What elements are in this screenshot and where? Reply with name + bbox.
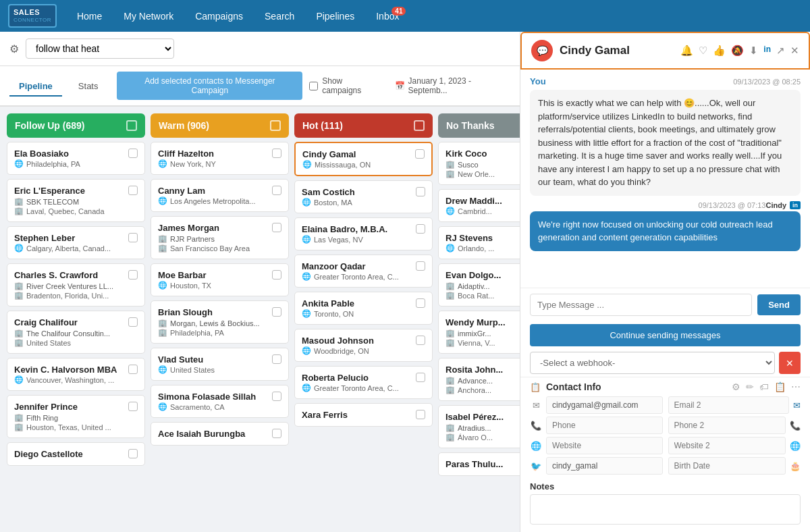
- contact-card[interactable]: James Morgan 🏢RJR Partners 🏢San Francisc…: [151, 216, 289, 259]
- chat-thumbsup-icon[interactable]: 👍: [713, 45, 726, 57]
- contact-card[interactable]: Craig Chalifour 🏢The Chalifour Consultin…: [7, 311, 145, 354]
- info-more-icon[interactable]: ⋯: [791, 381, 801, 392]
- card-checkbox[interactable]: [272, 186, 281, 195]
- contact-card[interactable]: Simona Folasade Sillah 🌐Sacramento, CA: [151, 385, 289, 418]
- card-checkbox[interactable]: [128, 449, 138, 458]
- card-checkbox[interactable]: [272, 223, 281, 232]
- column-select-all[interactable]: [126, 120, 137, 131]
- chat-share-icon[interactable]: ↗: [776, 45, 785, 57]
- website-link-icon[interactable]: 🌐: [790, 441, 801, 451]
- contact-card[interactable]: Sam Costich 🌐Boston, MA: [294, 180, 433, 213]
- contact-card[interactable]: Eric L'Esperance 🏢SBK TELECOM 🏢Laval, Qu…: [7, 179, 145, 222]
- card-checkbox[interactable]: [272, 307, 281, 317]
- contact-card[interactable]: Canny Lam 🌐Los Angeles Metropolita...: [151, 179, 289, 212]
- contact-card[interactable]: Xara Ferris: [294, 403, 433, 427]
- send-message-button[interactable]: Send: [757, 294, 801, 315]
- card-checkbox[interactable]: [416, 373, 425, 382]
- card-checkbox[interactable]: [128, 270, 138, 280]
- contact-card[interactable]: Evan Dolgo... 🏢Aidaptiv... 🏢Boca Rat...: [438, 263, 520, 307]
- card-checkbox[interactable]: [416, 261, 425, 271]
- message-input[interactable]: [530, 294, 752, 316]
- contact-card[interactable]: Diego Castellote: [7, 442, 145, 466]
- contact-card[interactable]: Ace Isaiah Burungba: [151, 422, 289, 446]
- contact-card[interactable]: Isabel Pérez... 🏢Atradius... 🏢Álvaro O..…: [438, 405, 520, 448]
- card-checkbox[interactable]: [272, 270, 281, 280]
- nav-inbox[interactable]: Inbox 41: [367, 5, 408, 27]
- date-range-picker[interactable]: 📅 January 1, 2023 - Septemb...: [395, 76, 510, 95]
- card-checkbox[interactable]: [416, 224, 425, 234]
- card-checkbox[interactable]: [272, 429, 281, 438]
- card-checkbox[interactable]: [128, 233, 138, 242]
- contact-card[interactable]: Jennifer Prince 🏢Fifth Ring 🏢Houston, Te…: [7, 395, 145, 438]
- card-checkbox[interactable]: [128, 402, 138, 411]
- card-checkbox[interactable]: [128, 365, 138, 374]
- contact-card[interactable]: Manzoor Qadar 🌐Greater Toronto Area, C..…: [294, 255, 433, 288]
- contact-card[interactable]: Wendy Murp... 🏢immixGr... 🏢Vienna, V...: [438, 311, 520, 354]
- nav-home[interactable]: Home: [68, 5, 111, 27]
- chat-arrow-icon[interactable]: ⬇: [749, 45, 758, 57]
- notes-textarea[interactable]: [530, 494, 801, 525]
- chat-linkedin-icon[interactable]: in: [763, 45, 771, 57]
- webhook-select[interactable]: -Select a webhook-: [530, 352, 775, 374]
- chat-close-icon[interactable]: ✕: [790, 45, 799, 57]
- nav-search[interactable]: Search: [255, 5, 304, 27]
- card-checkbox[interactable]: [272, 392, 281, 401]
- nav-pipelines[interactable]: Pipelines: [306, 5, 364, 27]
- chat-bell-icon[interactable]: 🔕: [731, 45, 744, 57]
- twitter-field[interactable]: [546, 457, 663, 475]
- contact-card[interactable]: Drew Maddi... 🌐Cambrid...: [438, 189, 520, 222]
- contact-card[interactable]: Kevin C. Halvorson MBA 🌐Vancouver, Washi…: [7, 358, 145, 391]
- webhook-clear-button[interactable]: ✕: [779, 352, 801, 374]
- contact-card[interactable]: Rosita John... 🏢Advance... 🏢Anchora...: [438, 358, 520, 401]
- show-campaigns-checkbox[interactable]: [309, 82, 318, 90]
- contact-card[interactable]: Paras Thulu...: [438, 452, 520, 476]
- card-checkbox[interactable]: [128, 149, 138, 158]
- tab-pipeline[interactable]: Pipeline: [9, 77, 62, 97]
- contact-card[interactable]: Vlad Suteu 🌐United States: [151, 348, 289, 381]
- column-select-all[interactable]: [270, 120, 281, 131]
- phone-field[interactable]: [546, 417, 663, 434]
- nav-my-network[interactable]: My Network: [114, 5, 183, 27]
- column-select-all[interactable]: [414, 120, 425, 131]
- card-checkbox[interactable]: [416, 298, 425, 308]
- contact-card[interactable]: Ankita Pable 🌐Toronto, ON: [294, 292, 433, 325]
- contact-card[interactable]: Cindy Gamal 🌐Mississauga, ON: [294, 142, 433, 176]
- info-copy-icon[interactable]: 📋: [774, 381, 786, 392]
- card-checkbox[interactable]: [272, 149, 281, 158]
- contact-card[interactable]: Cliff Hazelton 🌐New York, NY: [151, 142, 289, 175]
- tab-stats[interactable]: Stats: [69, 77, 108, 95]
- email2-field[interactable]: [668, 396, 790, 414]
- contact-card[interactable]: Stephen Leber 🌐Calgary, Alberta, Canad..…: [7, 226, 145, 259]
- info-tag-icon[interactable]: 🏷: [759, 381, 769, 392]
- contact-card[interactable]: Charles S. Crawford 🏢River Creek Venture…: [7, 263, 145, 307]
- add-to-messenger-button[interactable]: Add selected contacts to Messenger Campa…: [117, 72, 302, 100]
- info-settings-icon[interactable]: ⚙: [732, 381, 740, 392]
- chat-notification-icon[interactable]: 🔔: [680, 45, 693, 57]
- website-field[interactable]: [546, 437, 663, 454]
- email-send-icon[interactable]: ✉: [793, 400, 801, 410]
- contact-card[interactable]: Moe Barbar 🌐Houston, TX: [151, 263, 289, 296]
- card-checkbox[interactable]: [415, 149, 425, 159]
- contact-card[interactable]: Kirk Coco 🏢Susco 🏢New Orle...: [438, 142, 520, 185]
- pipeline-filter-select[interactable]: follow that heat: [26, 38, 174, 59]
- card-checkbox[interactable]: [128, 317, 138, 327]
- contact-card[interactable]: Masoud Johnson 🌐Woodbridge, ON: [294, 329, 433, 362]
- email-field[interactable]: [546, 396, 663, 414]
- card-checkbox[interactable]: [272, 354, 281, 364]
- card-checkbox[interactable]: [416, 336, 425, 345]
- chat-heart-icon[interactable]: ♡: [699, 45, 707, 57]
- phone-call-icon[interactable]: 📞: [790, 421, 801, 431]
- card-checkbox[interactable]: [416, 410, 425, 419]
- info-edit-icon[interactable]: ✏: [746, 381, 754, 392]
- contact-card[interactable]: RJ Stevens 🌐Orlando, ...: [438, 226, 520, 259]
- continue-sending-button[interactable]: Continue sending messages: [530, 324, 801, 346]
- contact-card[interactable]: Elaina Badro, M.B.A. 🌐Las Vegas, NV: [294, 217, 433, 250]
- card-checkbox[interactable]: [128, 186, 138, 195]
- contact-card[interactable]: Ela Boasiako 🌐Philadelphia, PA: [7, 142, 145, 175]
- birthdate-field[interactable]: [668, 457, 786, 475]
- contact-card[interactable]: Roberta Pelucio 🌐Greater Toronto Area, C…: [294, 366, 433, 399]
- show-campaigns-toggle[interactable]: Show campaigns: [309, 76, 382, 95]
- website2-field[interactable]: [668, 437, 786, 454]
- card-checkbox[interactable]: [416, 187, 425, 196]
- contact-card[interactable]: Brian Slough 🏢Morgan, Lewis & Bockius...…: [151, 300, 289, 344]
